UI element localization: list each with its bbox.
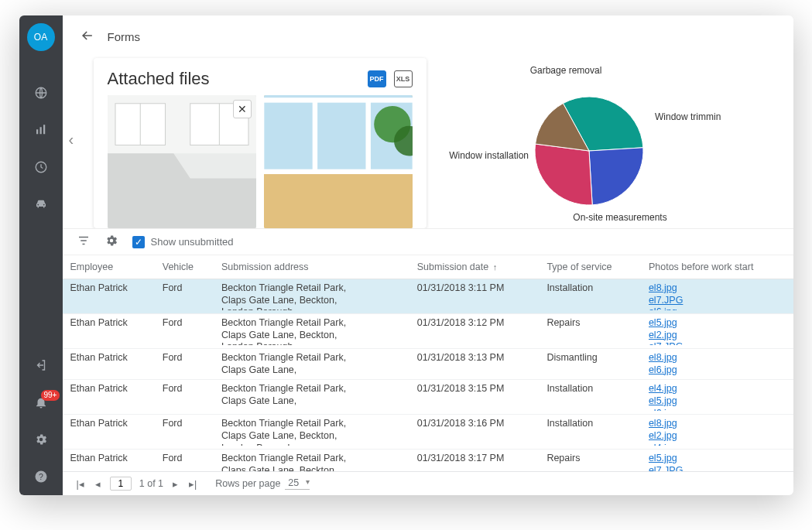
pie-label: Window trimming (655, 111, 721, 122)
photo-link[interactable]: el8.jpg (649, 352, 786, 364)
cell-date: 01/31/2018 3:16 PM (409, 415, 540, 450)
cell-employee: Ethan Patrick (63, 415, 155, 450)
cell-photos: el5.jpgel2.jpgel7.JPG (641, 314, 793, 349)
vehicle-icon[interactable] (33, 197, 49, 212)
close-icon[interactable]: ✕ (233, 100, 252, 118)
page-title: Forms (108, 30, 141, 43)
cell-photos: el5.jpgel7.JPG (641, 450, 793, 471)
photo-link[interactable]: el2.jpg (649, 330, 786, 342)
cell-address: Beckton Triangle Retail Park, Claps Gate… (214, 349, 409, 380)
last-page-icon[interactable]: ▸| (187, 478, 198, 490)
avatar[interactable]: OA (27, 23, 55, 51)
show-unsubmitted-toggle[interactable]: ✓ Show unsubmitted (132, 236, 234, 248)
gear-icon[interactable] (33, 432, 49, 447)
main: Forms ‹ Attached files PDF XLS ✕ (63, 15, 793, 495)
cell-vehicle: Ford (155, 415, 214, 450)
logout-icon[interactable] (33, 357, 49, 373)
attachment-thumb-2[interactable] (264, 95, 413, 228)
chevron-left-icon[interactable]: ‹ (69, 131, 74, 149)
photo-link[interactable]: el7.JPG (649, 295, 786, 307)
cell-employee: Ethan Patrick (63, 380, 155, 415)
photo-link[interactable]: el5.jpg (649, 453, 786, 465)
show-unsubmitted-label: Show unsubmitted (151, 236, 234, 248)
table-row[interactable]: Ethan PatrickFordBeckton Triangle Retail… (63, 415, 793, 450)
table-wrap[interactable]: Employee Vehicle Submission address Subm… (63, 255, 793, 471)
photo-link[interactable]: el5.jpg (649, 395, 786, 408)
photo-link[interactable]: el6.jpg (649, 408, 786, 412)
pie-slice[interactable] (589, 148, 643, 205)
photo-link[interactable]: el4.jpg (649, 443, 786, 446)
photo-link[interactable]: el6.jpg (649, 306, 786, 310)
cell-date: 01/31/2018 3:12 PM (409, 314, 540, 349)
cell-address: Beckton Triangle Retail Park, Claps Gate… (214, 380, 409, 415)
page-range: 1 of 1 (139, 478, 163, 489)
col-service[interactable]: Type of service (539, 255, 641, 279)
globe-icon[interactable] (33, 85, 49, 101)
pie-label: Window installation (449, 150, 529, 161)
table-row[interactable]: Ethan PatrickFordBeckton Triangle Retail… (63, 279, 793, 314)
cell-photos: el8.jpgel2.jpgel4.jpg (641, 415, 793, 450)
submissions-table: Employee Vehicle Submission address Subm… (63, 255, 793, 471)
photo-link[interactable]: el6.jpg (649, 364, 786, 377)
rows-per-page-select[interactable]: 25 (285, 477, 310, 490)
cell-address: Beckton Triangle Retail Park, Claps Gate… (214, 314, 409, 349)
cell-address: Beckton Triangle Retail Park, Claps Gate… (214, 279, 409, 314)
cell-vehicle: Ford (155, 314, 214, 349)
photo-link[interactable]: el7.JPG (649, 465, 786, 471)
cell-service: Repairs (539, 450, 641, 471)
cell-address: Beckton Triangle Retail Park, Claps Gate… (214, 450, 409, 471)
prev-page-icon[interactable]: ◂ (94, 478, 102, 490)
svg-rect-1 (36, 129, 38, 134)
attached-title: Attached files (108, 69, 210, 89)
photo-link[interactable]: el8.jpg (649, 418, 786, 430)
filter-icon[interactable] (77, 234, 91, 250)
col-address[interactable]: Submission address (214, 255, 409, 279)
col-vehicle[interactable]: Vehicle (155, 255, 214, 279)
col-date[interactable]: Submission date ↑ (409, 255, 540, 279)
history-icon[interactable] (33, 159, 49, 175)
first-page-icon[interactable]: |◂ (75, 478, 86, 490)
content-upper: ‹ Attached files PDF XLS ✕ (63, 50, 793, 228)
photo-link[interactable]: el2.jpg (649, 430, 786, 443)
table-row[interactable]: Ethan PatrickFordBeckton Triangle Retail… (63, 380, 793, 415)
cell-date: 01/31/2018 3:13 PM (409, 349, 540, 380)
attachment-thumb-1[interactable]: ✕ (108, 95, 256, 228)
gear-icon[interactable] (104, 234, 118, 250)
cell-employee: Ethan Patrick (63, 349, 155, 380)
back-arrow-icon[interactable] (80, 28, 95, 46)
pie-slice[interactable] (535, 144, 592, 205)
col-photos[interactable]: Photos before work start (641, 255, 793, 279)
bell-icon[interactable]: 99+ (33, 395, 49, 410)
cell-service: Dismantling (539, 349, 641, 380)
table-row[interactable]: Ethan PatrickFordBeckton Triangle Retail… (63, 314, 793, 349)
cell-service: Installation (539, 415, 641, 450)
svg-rect-3 (43, 125, 45, 134)
reports-icon[interactable] (33, 122, 49, 138)
pagination: |◂ ◂ 1 of 1 ▸ ▸| Rows per page 25 (63, 471, 793, 495)
svg-text:?: ? (39, 472, 43, 481)
photo-link[interactable]: el8.jpg (649, 282, 786, 295)
cell-date: 01/31/2018 3:11 PM (409, 279, 540, 314)
pdf-icon[interactable]: PDF (368, 70, 386, 87)
cell-employee: Ethan Patrick (63, 314, 155, 349)
xls-icon[interactable]: XLS (394, 70, 413, 87)
cell-vehicle: Ford (155, 380, 214, 415)
sort-asc-icon: ↑ (493, 262, 498, 272)
cell-photos: el8.jpgel7.JPGel6.jpg (641, 279, 793, 314)
svg-rect-2 (39, 127, 41, 134)
cell-photos: el8.jpgel6.jpg (641, 349, 793, 380)
page-input[interactable] (110, 477, 132, 491)
help-icon[interactable]: ? (33, 469, 49, 484)
table-row[interactable]: Ethan PatrickFordBeckton Triangle Retail… (63, 349, 793, 380)
col-employee[interactable]: Employee (63, 255, 155, 279)
photo-link[interactable]: el4.jpg (649, 383, 786, 395)
table-row[interactable]: Ethan PatrickFordBeckton Triangle Retail… (63, 450, 793, 471)
cell-employee: Ethan Patrick (63, 450, 155, 471)
checkbox-icon[interactable]: ✓ (132, 236, 145, 248)
photo-link[interactable]: el5.jpg (649, 317, 786, 330)
cell-service: Repairs (539, 314, 641, 349)
pie-label: Garbage removal (529, 65, 601, 76)
photo-link[interactable]: el7.JPG (649, 341, 786, 345)
cell-date: 01/31/2018 3:17 PM (409, 450, 540, 471)
next-page-icon[interactable]: ▸ (171, 478, 180, 490)
